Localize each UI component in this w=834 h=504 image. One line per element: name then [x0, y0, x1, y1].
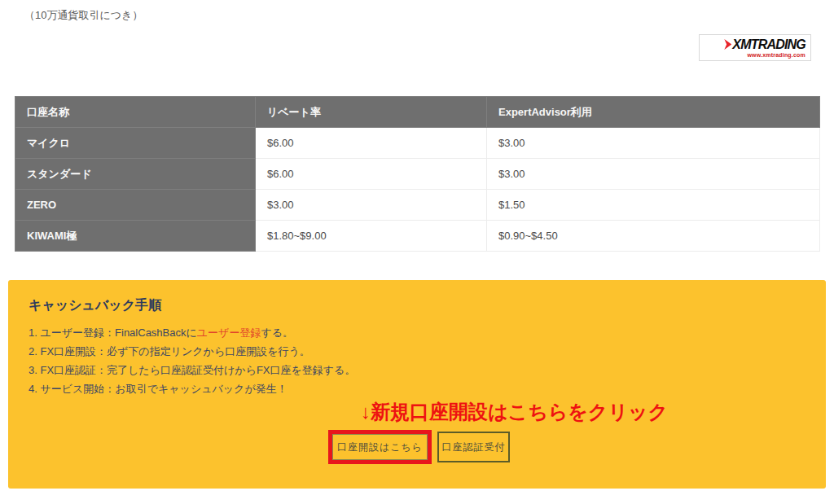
rebate-table: 口座名称 リベート率 ExpertAdvisor利用 マイクロ $6.00 $3…: [15, 96, 820, 252]
cell-rebate: $6.00: [256, 128, 487, 159]
brand-arrow-icon: [724, 39, 731, 50]
highlight-box: 口座開設はこちら: [328, 430, 432, 464]
logo-brand: XMTRADING: [724, 38, 805, 51]
step-1-prefix: 1. ユーザー登録：FinalCashBackに: [29, 327, 197, 339]
cashback-steps: 1. ユーザー登録：FinalCashBackにユーザー登録する。 2. FX口…: [29, 323, 355, 398]
open-account-button[interactable]: 口座開設はこちら: [332, 434, 428, 460]
cell-rebate: $1.80~$9.00: [256, 221, 487, 252]
page-note: （10万通貨取引につき）: [24, 8, 143, 23]
cell-ea: $1.50: [487, 190, 820, 221]
step-1-suffix: する。: [261, 327, 293, 339]
cell-account-name: ZERO: [15, 190, 256, 221]
cell-account-name: スタンダード: [15, 159, 256, 190]
table-row: KIWAMI極 $1.80~$9.00 $0.90~$4.50: [15, 221, 820, 252]
table-row: マイクロ $6.00 $3.00: [15, 128, 820, 159]
cta-button-row: 口座開設はこちら 口座認証受付: [328, 430, 510, 464]
header-rebate-rate: リベート率: [256, 97, 487, 128]
step-2: 2. FX口座開設：必ず下の指定リンクから口座開設を行う。: [29, 342, 355, 361]
step-1: 1. ユーザー登録：FinalCashBackにユーザー登録する。: [29, 323, 355, 342]
cell-rebate: $3.00: [256, 190, 487, 221]
cell-rebate: $6.00: [256, 159, 487, 190]
table-row: スタンダード $6.00 $3.00: [15, 159, 820, 190]
table-header-row: 口座名称 リベート率 ExpertAdvisor利用: [15, 97, 820, 128]
cashback-panel: キャッシュバック手順 1. ユーザー登録：FinalCashBackにユーザー登…: [8, 280, 826, 489]
logo-url-text: www.xmtrading.com: [747, 52, 805, 58]
table-row: ZERO $3.00 $1.50: [15, 190, 820, 221]
cell-ea: $0.90~$4.50: [487, 221, 820, 252]
xmtrading-logo: XMTRADING www.xmtrading.com: [699, 34, 811, 61]
verify-account-button[interactable]: 口座認証受付: [437, 432, 510, 462]
user-register-link[interactable]: ユーザー登録: [197, 327, 261, 339]
cell-account-name: マイクロ: [15, 128, 256, 159]
step-4: 4. サービス開始：お取引でキャッシュバックが発生！: [29, 379, 355, 398]
cell-ea: $3.00: [487, 128, 820, 159]
cashback-title: キャッシュバック手順: [29, 297, 161, 314]
cell-ea: $3.00: [487, 159, 820, 190]
step-3: 3. FX口座認証：完了したら口座認証受付けからFX口座を登録する。: [29, 361, 355, 379]
header-ea-usage: ExpertAdvisor利用: [487, 97, 820, 128]
logo-brand-text: XMTRADING: [732, 38, 805, 51]
header-account-name: 口座名称: [15, 97, 256, 128]
cta-annotation-text: ↓新規口座開設はこちらをクリック: [361, 399, 668, 425]
cell-account-name: KIWAMI極: [15, 221, 256, 252]
